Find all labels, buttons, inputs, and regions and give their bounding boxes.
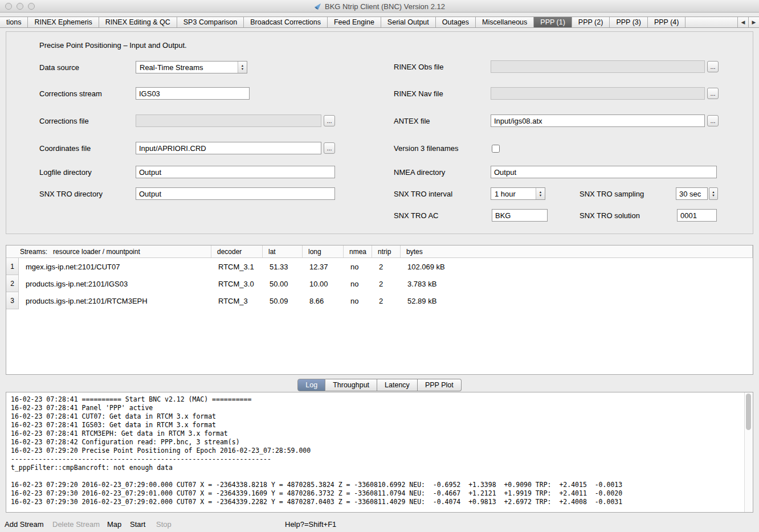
tab-latency[interactable]: Latency [377, 379, 418, 391]
nmea-directory-input[interactable] [491, 166, 717, 178]
snx-tro-solution-input[interactable] [677, 209, 717, 222]
logfile-directory-input[interactable] [136, 166, 335, 178]
tab-ppp-2[interactable]: PPP (2) [572, 17, 610, 27]
tab-ppp-plot[interactable]: PPP Plot [418, 379, 462, 391]
stop-button: Stop [156, 520, 172, 529]
log-line: 16-02-23 07:29:20 2016-02-23_07:29:00.00… [11, 481, 748, 489]
tab-serial-output[interactable]: Serial Output [381, 17, 436, 27]
row-number: 3 [6, 292, 19, 309]
tab-broadcast-corrections[interactable]: Broadcast Corrections [244, 17, 328, 27]
corrections-file-browse-button[interactable]: ... [324, 115, 335, 126]
streams-table-header: Streams: resource loader / mountpoint de… [6, 245, 753, 258]
delete-stream-button: Delete Stream [52, 520, 100, 529]
cell-ntrip: 2 [372, 297, 401, 305]
cell-nmea: no [344, 263, 372, 271]
tab-ppp-3[interactable]: PPP (3) [610, 17, 648, 27]
corrections-stream-input[interactable] [136, 87, 250, 100]
antex-file-browse-button[interactable]: ... [707, 115, 719, 126]
zoom-window-button[interactable] [28, 3, 35, 10]
tab-rinex-ephemeris[interactable]: RINEX Ephemeris [28, 17, 99, 27]
nmea-directory-label: NMEA directory [394, 168, 445, 177]
rinex-obs-file-label: RINEX Obs file [394, 63, 443, 71]
tab-scroll-right-icon[interactable]: ▶ [748, 17, 759, 27]
tab-scroll-left-icon[interactable]: ◀ [737, 17, 748, 27]
data-source-select[interactable]: Real-Time Streams ▲▼ [136, 61, 247, 73]
cell-decoder: RTCM_3.0 [211, 280, 263, 288]
window-title: BKG Ntrip Client (BNC) Version 2.12 [325, 2, 445, 11]
cell-bytes: 3.783 kB [401, 280, 753, 288]
logfile-directory-label: Logfile directory [39, 168, 92, 177]
rinex-nav-file-browse-button[interactable]: ... [707, 88, 719, 99]
cell-decoder: RTCM_3 [211, 297, 263, 305]
log-line: 16-02-23 07:28:41 RTCM3EPH: Get data in … [11, 429, 748, 438]
snx-tro-solution-label: SNX TRO solution [580, 211, 640, 220]
snx-tro-directory-input[interactable] [136, 187, 335, 200]
cell-long: 8.66 [303, 297, 344, 305]
snx-tro-sampling-spinner[interactable]: ▲▼ [709, 187, 718, 200]
snx-tro-directory-label: SNX TRO directory [39, 190, 103, 198]
rinex-obs-file-browse-button[interactable]: ... [707, 61, 719, 72]
cell-lat: 51.33 [263, 263, 303, 271]
tab-ppp-1[interactable]: PPP (1) [534, 17, 572, 27]
log-line [11, 472, 748, 481]
tab-rinex-editing-qc[interactable]: RINEX Editing & QC [99, 17, 177, 27]
tab-feed-engine[interactable]: Feed Engine [328, 17, 381, 27]
cell-decoder: RTCM_3.1 [211, 263, 263, 271]
coordinates-file-browse-button[interactable]: ... [324, 142, 335, 154]
statusbar: Add Stream Delete Stream Map Start Stop … [0, 515, 759, 532]
cell-nmea: no [344, 280, 372, 288]
table-row[interactable]: 1 mgex.igs-ip.net:2101/CUT07 RTCM_3.1 51… [6, 258, 753, 275]
bottom-tabbar: Log Throughput Latency PPP Plot [0, 379, 759, 391]
spin-down-icon[interactable]: ▼ [712, 194, 715, 197]
log-scrollbar[interactable] [744, 392, 753, 512]
snx-tro-interval-label: SNX TRO interval [394, 190, 452, 198]
log-line: 16-02-23 07:28:41 ========== Start BNC v… [11, 395, 748, 404]
tab-miscellaneous[interactable]: Miscellaneous [476, 17, 534, 27]
close-window-button[interactable] [5, 3, 12, 10]
map-button[interactable]: Map [107, 520, 121, 529]
minimize-window-button[interactable] [17, 3, 23, 10]
col-long: long [303, 245, 344, 257]
col-bytes: bytes [401, 245, 753, 257]
coordinates-file-label: Coordinates file [39, 144, 91, 153]
log-line: ----------------------------------------… [11, 455, 748, 464]
table-row[interactable]: 3 products.igs-ip.net:2101/RTCM3EPH RTCM… [6, 292, 753, 309]
row-number: 2 [6, 275, 19, 292]
snx-tro-interval-select[interactable]: 1 hour ▲▼ [491, 187, 545, 200]
log-line: 16-02-23 07:29:30 2016-02-23_07:29:02.00… [11, 498, 748, 506]
snx-tro-ac-label: SNX TRO AC [394, 211, 439, 220]
tab-tions[interactable]: tions [0, 17, 28, 27]
tab-throughput[interactable]: Throughput [325, 379, 377, 391]
start-button[interactable]: Start [130, 520, 145, 529]
table-row[interactable]: 2 products.igs-ip.net:2101/IGS03 RTCM_3.… [6, 275, 753, 292]
tab-sp3-comparison[interactable]: SP3 Comparison [177, 17, 244, 27]
col-mountpoint: Streams: resource loader / mountpoint [6, 245, 211, 257]
tab-ppp-4[interactable]: PPP (4) [648, 17, 686, 27]
tab-scroll-buttons: ◀ ▶ [737, 17, 759, 27]
streams-table: Streams: resource loader / mountpoint de… [6, 245, 753, 375]
bnc-window: BKG Ntrip Client (BNC) Version 2.12 tion… [0, 0, 759, 532]
corrections-file-input [136, 114, 321, 127]
ppp-panel: Precise Point Positioning – Input and Ou… [6, 31, 753, 234]
version3-filenames-checkbox[interactable] [492, 145, 500, 153]
snx-tro-sampling-input[interactable] [676, 187, 708, 200]
log-scrollbar-thumb[interactable] [746, 394, 751, 430]
cell-ntrip: 2 [372, 280, 401, 288]
log-line: 16-02-23 07:28:41 IGS03: Get data in RTC… [11, 421, 748, 429]
tab-outages[interactable]: Outages [436, 17, 476, 27]
add-stream-button[interactable]: Add Stream [5, 520, 44, 529]
cell-nmea: no [344, 297, 372, 305]
row-number: 1 [6, 258, 19, 275]
snx-tro-ac-input[interactable] [492, 209, 548, 222]
ppp-heading: Precise Point Positioning – Input and Ou… [39, 41, 187, 50]
version3-filenames-label: Version 3 filenames [394, 144, 458, 153]
combo-arrows-icon: ▲▼ [238, 62, 247, 73]
antex-file-input[interactable] [491, 114, 705, 127]
tab-log[interactable]: Log [297, 379, 325, 391]
snx-tro-sampling-label: SNX TRO sampling [580, 190, 644, 198]
titlebar-center: BKG Ntrip Client (BNC) Version 2.12 [0, 0, 759, 13]
cell-mountpoint: products.igs-ip.net:2101/RTCM3EPH [19, 297, 211, 305]
coordinates-file-input[interactable] [136, 142, 321, 154]
col-nmea: nmea [344, 245, 372, 257]
combo-arrows-icon: ▲▼ [536, 188, 545, 199]
